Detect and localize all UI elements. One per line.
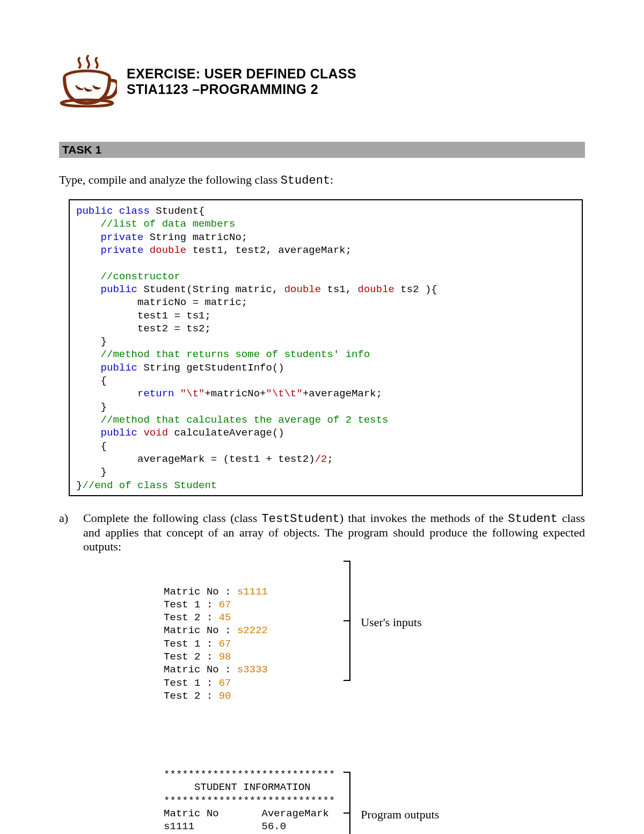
header-text: EXERCISE: USER DEFINED CLASS STIA1123 –P… bbox=[127, 66, 356, 97]
intro-paragraph: Type, compile and analyze the following … bbox=[59, 173, 585, 187]
inputs-label: User's inputs bbox=[361, 615, 421, 629]
q-text-1: Complete the following class (class bbox=[83, 511, 261, 525]
brace-column: User's inputs Program outputs bbox=[335, 559, 443, 834]
exercise-title: EXERCISE: USER DEFINED CLASS bbox=[127, 66, 356, 82]
inputs-brace-group: User's inputs bbox=[341, 559, 439, 686]
output-text: Matric No : s1111 Test 1 : 67 Test 2 : 4… bbox=[83, 559, 335, 834]
outputs-label: Program outputs bbox=[361, 808, 439, 822]
coffee-cup-icon bbox=[59, 54, 117, 110]
intro-code-word: Student bbox=[281, 174, 330, 187]
user-inputs-block: Matric No : s1111 Test 1 : 67 Test 2 : 4… bbox=[164, 585, 335, 703]
question-label: a) bbox=[59, 511, 68, 834]
intro-text-suffix: : bbox=[330, 173, 333, 186]
document-header: EXERCISE: USER DEFINED CLASS STIA1123 –P… bbox=[59, 54, 585, 110]
bracket-icon bbox=[341, 770, 353, 834]
bracket-icon bbox=[341, 559, 353, 686]
q-code-1: TestStudent bbox=[262, 512, 340, 526]
task-heading: TASK 1 bbox=[59, 142, 585, 158]
code-listing: public class Student{ //list of data mem… bbox=[69, 199, 583, 496]
page: EXERCISE: USER DEFINED CLASS STIA1123 –P… bbox=[0, 0, 644, 834]
course-code: STIA1123 –PROGRAMMING 2 bbox=[127, 82, 356, 97]
question-a: a) Complete the following class (class T… bbox=[59, 511, 585, 834]
q-code-2: Student bbox=[508, 512, 557, 526]
intro-text-prefix: Type, compile and analyze the following … bbox=[59, 173, 281, 186]
program-output-block: **************************** STUDENT INF… bbox=[164, 768, 335, 833]
question-body: Complete the following class (class Test… bbox=[83, 511, 585, 834]
q-text-2: ) that invokes the methods of the bbox=[340, 511, 508, 525]
blank-line bbox=[164, 729, 335, 742]
outputs-brace-group: Program outputs bbox=[341, 770, 439, 834]
expected-output-section: Matric No : s1111 Test 1 : 67 Test 2 : 4… bbox=[83, 559, 585, 834]
